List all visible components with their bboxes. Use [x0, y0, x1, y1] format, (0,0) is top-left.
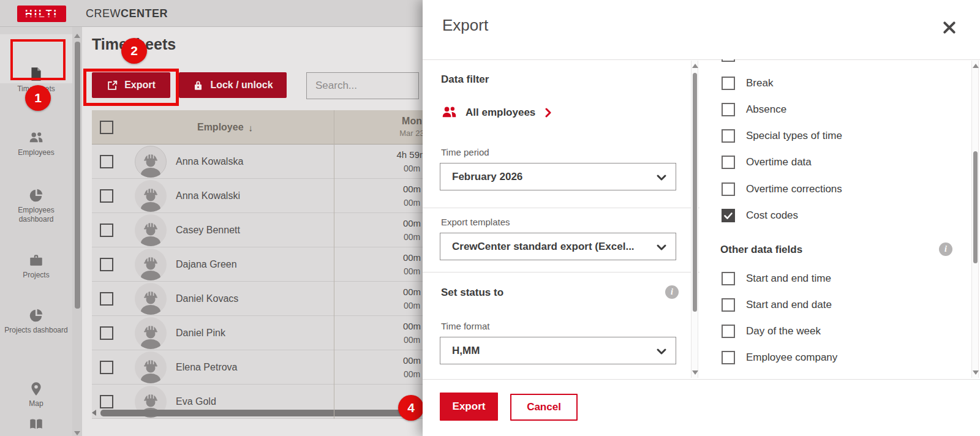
checkbox[interactable] [722, 182, 735, 196]
data-filter-heading: Data filter [441, 73, 489, 86]
checkbox[interactable] [722, 59, 735, 62]
modal-right-scrollbar[interactable] [971, 61, 979, 378]
sidebar-item-employees-dashboard[interactable]: Employees dashboard [0, 187, 72, 224]
checklist-item-break[interactable]: Break [722, 77, 773, 90]
time-bottom: 00m [334, 301, 423, 310]
row-checkbox[interactable] [100, 189, 113, 203]
checklist-item-day-of-week[interactable]: Day of the week [722, 325, 821, 338]
sidebar-item-employees[interactable]: Employees [0, 130, 72, 157]
checklist-item-partial[interactable] [722, 59, 735, 62]
all-employees-filter[interactable]: All employees [441, 104, 553, 121]
row-checkbox[interactable] [100, 361, 113, 374]
employee-column-header[interactable]: Employee ↓ [116, 110, 334, 145]
checkbox[interactable] [722, 77, 735, 90]
table-row[interactable]: Anna Kowalska 4h 59m00m [92, 145, 423, 179]
sidebar-item-projects[interactable]: Projects [0, 252, 72, 280]
scroll-up-icon[interactable] [973, 64, 979, 68]
time-format-select[interactable]: H,MM [440, 337, 676, 364]
select-all-checkbox[interactable] [100, 121, 113, 134]
page-title: Timesheets [92, 36, 176, 53]
sidebar-scrollbar[interactable] [72, 27, 82, 436]
chevron-down-icon [656, 242, 667, 253]
time-bottom: 00m [334, 266, 423, 276]
checkbox[interactable] [722, 156, 735, 169]
checklist-item-overtime-data[interactable]: Overtime data [722, 156, 812, 169]
table-row[interactable]: Elena Petrova 00m00m [92, 350, 423, 385]
row-checkbox[interactable] [100, 292, 113, 306]
table-row[interactable]: Daniel Pink 00m00m [92, 316, 423, 350]
time-format-value: H,MM [440, 345, 649, 357]
modal-title: Export [442, 16, 488, 35]
search-input[interactable] [307, 73, 418, 99]
lock-unlock-button[interactable]: Lock / unlock [179, 72, 287, 98]
info-icon[interactable]: i [939, 242, 952, 256]
checkbox-label: Special types of time [746, 129, 842, 143]
time-period-select[interactable]: February 2026 [440, 163, 676, 190]
checkbox-label: Start and end date [746, 298, 832, 312]
scroll-down-icon[interactable] [74, 431, 80, 435]
time-period-value: February 2026 [440, 171, 649, 183]
checkbox[interactable] [722, 272, 735, 285]
time-bottom: 00m [334, 164, 423, 173]
checkbox[interactable] [722, 103, 735, 116]
export-templates-value: CrewCenter standard export (Excel... [440, 241, 649, 253]
checkbox-label: Absence [746, 103, 786, 116]
scroll-down-icon[interactable] [973, 370, 979, 375]
time-top: 4h 59m [334, 149, 423, 160]
scroll-left-icon[interactable] [92, 410, 96, 416]
checklist-item-start-end-date[interactable]: Start and end date [722, 298, 832, 312]
table-row[interactable]: Casey Bennett 00m00m [92, 213, 423, 247]
sidebar-scrollbar-thumb[interactable] [75, 42, 80, 309]
checklist-item-start-end-time[interactable]: Start and end time [722, 272, 831, 285]
checkbox-label: Day of the week [746, 325, 821, 338]
checklist-item-absence[interactable]: Absence [722, 103, 786, 116]
modal-left-scrollbar-thumb[interactable] [693, 73, 697, 312]
export-button[interactable]: Export [92, 72, 170, 98]
scroll-down-icon[interactable] [692, 370, 698, 375]
modal-left-scrollbar[interactable] [691, 61, 698, 378]
modal-right-scrollbar-thumb[interactable] [973, 151, 978, 263]
scroll-up-icon[interactable] [74, 34, 80, 38]
sidebar-item-projects-dashboard[interactable]: Projects dashboard [0, 307, 72, 335]
modal-export-button[interactable]: Export [440, 393, 498, 421]
row-checkbox[interactable] [100, 155, 113, 168]
checkbox-checked[interactable] [722, 209, 735, 222]
table-row[interactable]: Anna Kowalski 00m00m [92, 179, 423, 213]
day-label: Mon [334, 116, 423, 127]
checklist-item-employee-company[interactable]: Employee company [722, 351, 837, 364]
checkbox[interactable] [722, 325, 735, 338]
time-cell: 00m00m [334, 213, 423, 242]
checklist-item-cost-codes[interactable]: Cost codes [722, 209, 798, 222]
sidebar-item-timesheets[interactable]: Timesheets [0, 66, 72, 94]
scroll-up-icon[interactable] [692, 64, 698, 68]
row-checkbox[interactable] [100, 224, 113, 237]
info-icon[interactable]: i [665, 285, 679, 299]
horizontal-scrollbar[interactable] [92, 409, 423, 416]
worker-avatar [135, 249, 167, 280]
row-checkbox[interactable] [100, 258, 113, 271]
chevron-right-icon [543, 108, 553, 118]
checkbox[interactable] [722, 129, 735, 143]
checkbox[interactable] [722, 351, 735, 364]
row-checkbox[interactable] [100, 395, 113, 408]
table-row[interactable]: Dajana Green 00m00m [92, 247, 423, 282]
employee-name: Daniel Kovacs [176, 282, 238, 316]
checklist-item-overtime-corrections[interactable]: Overtime corrections [722, 182, 842, 196]
table-row[interactable]: Daniel Kovacs 00m00m [92, 282, 423, 316]
export-templates-select[interactable]: CrewCenter standard export (Excel... [440, 233, 676, 260]
close-icon[interactable] [943, 21, 956, 34]
checkbox-label: Employee company [746, 351, 837, 364]
set-status-heading: Set status to [441, 287, 503, 299]
time-top: 00m [334, 287, 423, 297]
sidebar-item-label: Timesheets [0, 85, 72, 94]
sidebar-item-handbook[interactable] [0, 416, 72, 435]
footer-divider [423, 379, 980, 380]
checkbox[interactable] [722, 298, 735, 312]
sidebar-item-map[interactable]: Map [0, 381, 72, 408]
checklist-item-special-types[interactable]: Special types of time [722, 129, 842, 143]
sort-descending-icon[interactable]: ↓ [249, 122, 254, 133]
horizontal-scrollbar-thumb[interactable] [100, 410, 419, 416]
modal-cancel-button[interactable]: Cancel [510, 394, 578, 421]
row-checkbox[interactable] [100, 326, 113, 340]
main-content: Timesheets Export Lock / unlock Employee… [82, 27, 423, 436]
